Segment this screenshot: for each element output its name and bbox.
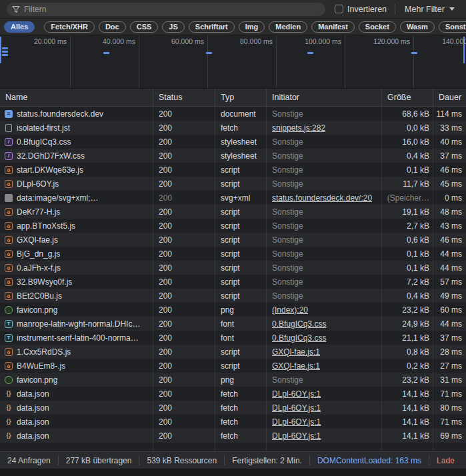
filter-chip-doc[interactable]: Doc: [99, 21, 126, 33]
duration-cell: 44 ms: [433, 263, 466, 273]
type-cell: script: [215, 291, 267, 301]
invert-filter-toggle[interactable]: Invertieren: [335, 5, 387, 14]
type-cell: script: [215, 165, 267, 175]
table-row[interactable]: {} start.DKWqe63e.js 200 script Sonstige…: [0, 163, 466, 177]
filter-input[interactable]: [7, 3, 325, 16]
column-header-status[interactable]: Status: [153, 89, 215, 106]
table-row[interactable]: isolated-first.jst 200 fetch snippets.js…: [0, 121, 466, 135]
table-row[interactable]: {} app.BTnoXst5.js 200 script Sonstige 2…: [0, 219, 466, 233]
timeline-overview[interactable]: 20.000 ms40.000 ms60.000 ms80.000 ms100.…: [0, 35, 466, 89]
size-cell: 23,2 kB: [382, 305, 433, 315]
table-row[interactable]: T instrument-serif-latin-400-norma… 200 …: [0, 331, 466, 345]
size-cell: 21,1 kB: [382, 333, 433, 343]
initiator-link[interactable]: snippets.js:282: [272, 123, 325, 133]
table-row[interactable]: {} BjG_dn_g.js 200 script Sonstige 0,1 k…: [0, 247, 466, 261]
filter-chip-alles[interactable]: Alles: [4, 21, 35, 33]
table-row[interactable]: {} DeKr77-H.js 200 script Sonstige 19,1 …: [0, 205, 466, 219]
request-name-cell: T instrument-serif-latin-400-norma…: [0, 333, 153, 343]
filter-chip-manifest[interactable]: Manifest: [311, 21, 355, 33]
initiator-cell: (Index):20: [267, 305, 382, 315]
initiator-cell: Sonstige: [267, 291, 382, 301]
duration-cell: 40 ms: [433, 137, 466, 147]
request-name: BEt2C0Bu.js: [17, 291, 62, 301]
initiator-cell: Sonstige: [267, 249, 382, 259]
status-cell: 200: [153, 417, 215, 427]
filter-chip-fetch-xhr[interactable]: Fetch/XHR: [44, 21, 95, 33]
initiator-text: Sonstige: [272, 263, 303, 273]
filter-chip-css[interactable]: CSS: [130, 21, 159, 33]
initiator-link[interactable]: 0.BfugICq3.css: [272, 333, 326, 343]
table-row[interactable]: ≡ status.foundersdeck.dev 200 document S…: [0, 107, 466, 121]
filter-chip-medien[interactable]: Medien: [269, 21, 307, 33]
duration-cell: 49 ms: [433, 291, 466, 301]
timeline-request-mark: [2, 51, 8, 53]
table-row[interactable]: {} 1.Cxx5RdDS.js 200 script GXQl-fae.js:…: [0, 345, 466, 359]
filter-chip-img[interactable]: Img: [239, 21, 265, 33]
stylesheet-icon: /: [5, 138, 13, 146]
table-row[interactable]: favicon.png 200 png (Index):20 23,2 kB 6…: [0, 303, 466, 317]
request-name-cell: T manrope-latin-wght-normal.DHIc…: [0, 319, 153, 329]
table-row[interactable]: {} data.json 200 fetch DLpl-6OY.js:1 14,…: [0, 415, 466, 429]
filter-chip-js[interactable]: JS: [162, 21, 184, 33]
table-row[interactable]: {} data.json 200 fetch DLpl-6OY.js:1 14,…: [0, 401, 466, 415]
column-header-typ[interactable]: Typ: [215, 89, 267, 106]
filter-chip-wasm[interactable]: Wasm: [400, 21, 435, 33]
initiator-link[interactable]: GXQl-fae.js:1: [272, 361, 320, 371]
table-row[interactable]: / 0.BfugICq3.css 200 stylesheet Sonstige…: [0, 135, 466, 149]
table-row[interactable]: {} 32.B9Wsyo0f.js 200 script Sonstige 7,…: [0, 275, 466, 289]
table-row[interactable]: favicon.png 200 png Sonstige 23,2 kB 31 …: [0, 373, 466, 387]
size-cell: 68,6 kB: [382, 109, 433, 119]
table-row[interactable]: {} B4WuEm8-.js 200 script GXQl-fae.js:1 …: [0, 359, 466, 373]
size-cell: 14,1 kB: [382, 417, 433, 427]
column-header-name[interactable]: Name: [0, 89, 153, 106]
initiator-cell: status.foundersdeck.dev/:20: [267, 193, 382, 203]
filter-chip-sonstige[interactable]: Sonstige: [439, 21, 466, 33]
request-name-cell: {} BEt2C0Bu.js: [0, 291, 153, 301]
initiator-text: Sonstige: [272, 221, 303, 231]
size-cell: 24,9 kB: [382, 319, 433, 329]
status-bar-item: Fertigstellen: 2 Min.: [225, 456, 310, 465]
initiator-link[interactable]: GXQl-fae.js:1: [272, 347, 320, 357]
column-header-gr-e[interactable]: Größe: [382, 89, 433, 106]
table-row[interactable]: {} GXQl-fae.js 200 script Sonstige 0,6 k…: [0, 233, 466, 247]
table-row[interactable]: data:image/svg+xml;… 200 svg+xml status.…: [0, 191, 466, 205]
initiator-link[interactable]: DLpl-6OY.js:1: [272, 417, 321, 427]
script-icon: {}: [5, 264, 13, 272]
duration-cell: 80 ms: [433, 403, 466, 413]
initiator-link[interactable]: (Index):20: [272, 305, 308, 315]
table-row[interactable]: {} DLpl-6OY.js 200 script Sonstige 11,7 …: [0, 177, 466, 191]
filter-chip-socket[interactable]: Socket: [359, 21, 396, 33]
script-icon: {}: [5, 292, 13, 300]
table-row[interactable]: {} 0.aJFh-x-f.js 200 script Sonstige 0,1…: [0, 261, 466, 275]
initiator-link[interactable]: DLpl-6OY.js:1: [272, 403, 321, 413]
filter-funnel-icon: [12, 5, 20, 13]
type-cell: fetch: [215, 431, 267, 441]
type-cell: png: [215, 305, 267, 315]
table-row[interactable]: {} data.json 200 fetch DLpl-6OY.js:1 14,…: [0, 429, 466, 443]
timeline-left-handle[interactable]: [0, 37, 1, 63]
initiator-link[interactable]: DLpl-6OY.js:1: [272, 389, 321, 399]
filter-chip-schriftart[interactable]: Schriftart: [189, 21, 235, 33]
initiator-link[interactable]: 0.BfugICq3.css: [272, 319, 326, 329]
invert-checkbox[interactable]: [335, 5, 343, 13]
table-row[interactable]: {} data.json 200 fetch DLpl-6OY.js:1 14,…: [0, 387, 466, 401]
more-filters-button[interactable]: Mehr Filter: [405, 5, 455, 14]
table-row[interactable]: {} BEt2C0Bu.js 200 script Sonstige 0,4 k…: [0, 289, 466, 303]
column-header-initiator[interactable]: Initiator: [267, 89, 382, 106]
type-cell: fetch: [215, 417, 267, 427]
status-cell: 200: [153, 403, 215, 413]
file-icon: [5, 124, 12, 132]
table-row[interactable]: T manrope-latin-wght-normal.DHIc… 200 fo…: [0, 317, 466, 331]
initiator-cell: 0.BfugICq3.css: [267, 319, 382, 329]
initiator-link[interactable]: status.foundersdeck.dev/:20: [272, 193, 372, 203]
column-header-dauer[interactable]: Dauer: [433, 89, 466, 106]
initiator-cell: GXQl-fae.js:1: [267, 347, 382, 357]
status-cell: 200: [153, 123, 215, 133]
size-cell: 16,0 kB: [382, 137, 433, 147]
table-row[interactable]: / 32.DGhD7FxW.css 200 stylesheet Sonstig…: [0, 149, 466, 163]
duration-cell: 31 ms: [433, 375, 466, 385]
initiator-text: Sonstige: [272, 235, 303, 245]
status-bar-item: Lade: [429, 456, 462, 465]
initiator-cell: Sonstige: [267, 221, 382, 231]
initiator-link[interactable]: DLpl-6OY.js:1: [272, 431, 321, 441]
